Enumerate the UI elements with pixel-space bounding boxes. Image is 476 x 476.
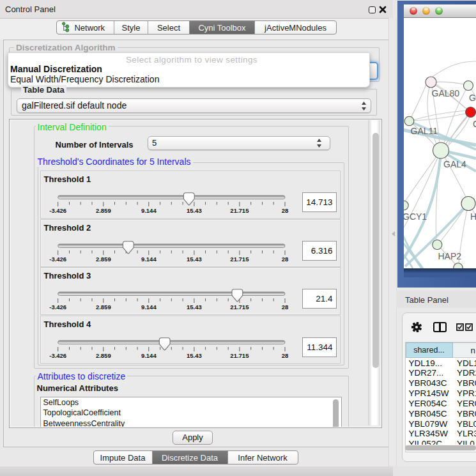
svg-text:9.144: 9.144: [141, 351, 156, 358]
svg-text:21.715: 21.715: [230, 207, 249, 214]
svg-text:C: C: [473, 119, 476, 129]
svg-text:9.144: 9.144: [141, 255, 156, 262]
svg-text:28: 28: [281, 303, 288, 311]
svg-text:-3.426: -3.426: [49, 303, 66, 311]
svg-text:GAL4: GAL4: [443, 159, 466, 169]
svg-text:21.715: 21.715: [230, 303, 249, 311]
svg-text:28: 28: [281, 207, 288, 214]
svg-text:15.43: 15.43: [187, 207, 202, 214]
svg-text:2.859: 2.859: [95, 351, 111, 358]
svg-text:15.43: 15.43: [187, 303, 202, 311]
svg-text:-3.426: -3.426: [49, 255, 66, 262]
svg-text:GAL80: GAL80: [432, 88, 460, 98]
svg-text:9.144: 9.144: [141, 207, 156, 214]
svg-text:2.859: 2.859: [95, 207, 111, 214]
svg-text:GAL11: GAL11: [411, 126, 438, 136]
svg-text:9.144: 9.144: [141, 303, 156, 311]
svg-text:2.859: 2.859: [95, 255, 111, 262]
svg-text:15.43: 15.43: [187, 351, 202, 358]
svg-text:28: 28: [281, 255, 288, 262]
svg-text:-3.426: -3.426: [49, 351, 66, 358]
svg-text:H: H: [470, 211, 476, 222]
svg-text:15.43: 15.43: [187, 255, 202, 262]
svg-text:HAP2: HAP2: [438, 251, 462, 261]
svg-text:-3.426: -3.426: [49, 207, 66, 214]
svg-text:Threshold 1: Threshold 1: [43, 174, 91, 184]
svg-text:21.715: 21.715: [230, 255, 249, 262]
svg-text:Threshold 2: Threshold 2: [43, 223, 91, 233]
svg-text:21.715: 21.715: [230, 351, 249, 358]
svg-text:GA: GA: [469, 93, 476, 103]
svg-text:Threshold 4: Threshold 4: [43, 319, 91, 329]
svg-text:GCY1: GCY1: [404, 211, 427, 222]
svg-text:2.859: 2.859: [95, 303, 111, 311]
svg-text:28: 28: [281, 351, 288, 358]
svg-text:Threshold 3: Threshold 3: [43, 271, 91, 280]
